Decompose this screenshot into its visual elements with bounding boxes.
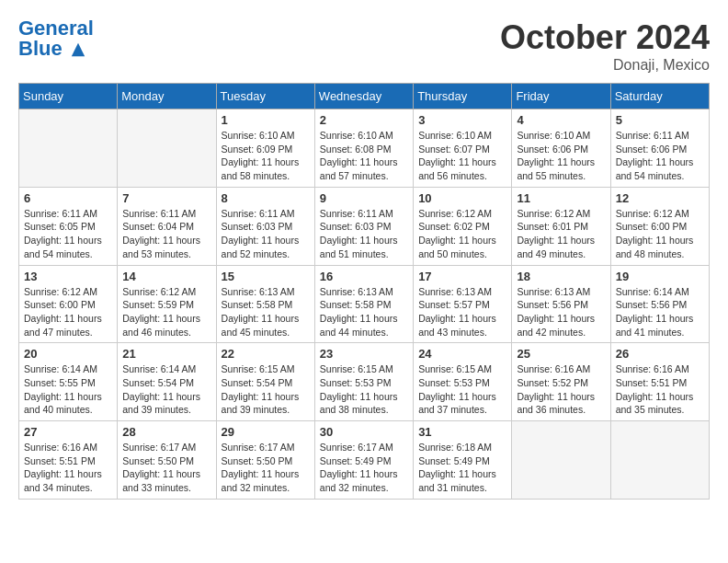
calendar-cell: 6Sunrise: 6:11 AMSunset: 6:05 PMDaylight… bbox=[19, 187, 118, 265]
calendar-cell: 22Sunrise: 6:15 AMSunset: 5:54 PMDayligh… bbox=[216, 343, 314, 421]
day-number: 3 bbox=[418, 113, 506, 127]
day-number: 22 bbox=[222, 347, 310, 361]
title-area: October 2024 Donaji, Mexico bbox=[500, 18, 710, 74]
calendar-cell: 21Sunrise: 6:14 AMSunset: 5:54 PMDayligh… bbox=[118, 343, 216, 421]
weekday-header-sunday: Sunday bbox=[19, 84, 118, 109]
day-info: Sunrise: 6:16 AMSunset: 5:52 PMDaylight:… bbox=[517, 362, 605, 417]
calendar-cell bbox=[118, 109, 216, 188]
day-number: 24 bbox=[418, 347, 506, 361]
day-info: Sunrise: 6:11 AMSunset: 6:04 PMDaylight:… bbox=[122, 207, 210, 261]
day-number: 29 bbox=[222, 425, 310, 439]
logo: General Blue bbox=[18, 18, 94, 59]
day-info: Sunrise: 6:16 AMSunset: 5:51 PMDaylight:… bbox=[24, 441, 112, 495]
calendar-cell: 27Sunrise: 6:16 AMSunset: 5:51 PMDayligh… bbox=[19, 421, 118, 500]
day-info: Sunrise: 6:13 AMSunset: 5:58 PMDaylight:… bbox=[320, 285, 408, 339]
calendar-cell bbox=[610, 421, 709, 500]
calendar-cell: 8Sunrise: 6:11 AMSunset: 6:03 PMDaylight… bbox=[216, 187, 314, 265]
calendar-cell: 11Sunrise: 6:12 AMSunset: 6:01 PMDayligh… bbox=[512, 187, 610, 265]
day-info: Sunrise: 6:12 AMSunset: 5:59 PMDaylight:… bbox=[122, 285, 210, 339]
day-number: 19 bbox=[616, 270, 704, 283]
day-number: 12 bbox=[616, 191, 704, 205]
calendar-cell: 29Sunrise: 6:17 AMSunset: 5:50 PMDayligh… bbox=[216, 421, 314, 500]
day-info: Sunrise: 6:11 AMSunset: 6:06 PMDaylight:… bbox=[616, 129, 704, 183]
day-info: Sunrise: 6:18 AMSunset: 5:49 PMDaylight:… bbox=[418, 441, 506, 495]
day-number: 17 bbox=[418, 270, 506, 283]
calendar-cell: 24Sunrise: 6:15 AMSunset: 5:53 PMDayligh… bbox=[414, 343, 512, 421]
day-info: Sunrise: 6:14 AMSunset: 5:56 PMDaylight:… bbox=[616, 285, 704, 339]
location: Donaji, Mexico bbox=[500, 57, 710, 74]
logo-blue: Blue bbox=[18, 37, 63, 60]
calendar-cell: 5Sunrise: 6:11 AMSunset: 6:06 PMDaylight… bbox=[610, 109, 709, 188]
weekday-header-friday: Friday bbox=[512, 84, 610, 109]
day-info: Sunrise: 6:10 AMSunset: 6:08 PMDaylight:… bbox=[320, 129, 408, 183]
day-info: Sunrise: 6:14 AMSunset: 5:54 PMDaylight:… bbox=[122, 362, 210, 417]
page-header: General Blue October 2024 Donaji, Mexico bbox=[18, 18, 710, 74]
day-info: Sunrise: 6:15 AMSunset: 5:53 PMDaylight:… bbox=[320, 362, 408, 417]
day-info: Sunrise: 6:10 AMSunset: 6:06 PMDaylight:… bbox=[517, 129, 605, 183]
calendar-cell: 28Sunrise: 6:17 AMSunset: 5:50 PMDayligh… bbox=[118, 421, 216, 500]
day-info: Sunrise: 6:14 AMSunset: 5:55 PMDaylight:… bbox=[24, 362, 112, 417]
calendar-cell: 2Sunrise: 6:10 AMSunset: 6:08 PMDaylight… bbox=[314, 109, 413, 188]
day-number: 2 bbox=[320, 113, 408, 127]
day-number: 16 bbox=[320, 270, 408, 283]
day-info: Sunrise: 6:16 AMSunset: 5:51 PMDaylight:… bbox=[616, 362, 704, 417]
day-number: 10 bbox=[418, 191, 506, 205]
logo-text: General Blue bbox=[18, 18, 94, 59]
day-info: Sunrise: 6:11 AMSunset: 6:05 PMDaylight:… bbox=[24, 207, 112, 261]
calendar-cell: 26Sunrise: 6:16 AMSunset: 5:51 PMDayligh… bbox=[610, 343, 709, 421]
calendar-cell: 7Sunrise: 6:11 AMSunset: 6:04 PMDaylight… bbox=[118, 187, 216, 265]
day-number: 1 bbox=[222, 113, 310, 127]
day-number: 7 bbox=[122, 191, 210, 205]
calendar-cell: 4Sunrise: 6:10 AMSunset: 6:06 PMDaylight… bbox=[512, 109, 610, 188]
day-number: 6 bbox=[24, 191, 112, 205]
day-info: Sunrise: 6:15 AMSunset: 5:54 PMDaylight:… bbox=[222, 362, 310, 417]
weekday-header-wednesday: Wednesday bbox=[314, 84, 413, 109]
calendar-cell: 15Sunrise: 6:13 AMSunset: 5:58 PMDayligh… bbox=[216, 265, 314, 343]
weekday-header-tuesday: Tuesday bbox=[216, 84, 314, 109]
calendar-cell: 30Sunrise: 6:17 AMSunset: 5:49 PMDayligh… bbox=[314, 421, 413, 500]
day-number: 18 bbox=[517, 270, 605, 283]
calendar-cell: 16Sunrise: 6:13 AMSunset: 5:58 PMDayligh… bbox=[314, 265, 413, 343]
calendar-cell bbox=[19, 109, 118, 188]
calendar-cell bbox=[512, 421, 610, 500]
day-number: 15 bbox=[222, 270, 310, 283]
day-info: Sunrise: 6:10 AMSunset: 6:07 PMDaylight:… bbox=[418, 129, 506, 183]
calendar-cell: 20Sunrise: 6:14 AMSunset: 5:55 PMDayligh… bbox=[19, 343, 118, 421]
day-number: 25 bbox=[517, 347, 605, 361]
weekday-header-saturday: Saturday bbox=[610, 84, 709, 109]
calendar-cell: 18Sunrise: 6:13 AMSunset: 5:56 PMDayligh… bbox=[512, 265, 610, 343]
day-info: Sunrise: 6:12 AMSunset: 6:00 PMDaylight:… bbox=[24, 285, 112, 339]
calendar-cell: 17Sunrise: 6:13 AMSunset: 5:57 PMDayligh… bbox=[414, 265, 512, 343]
calendar-cell: 19Sunrise: 6:14 AMSunset: 5:56 PMDayligh… bbox=[610, 265, 709, 343]
day-info: Sunrise: 6:15 AMSunset: 5:53 PMDaylight:… bbox=[418, 362, 506, 417]
day-number: 21 bbox=[122, 347, 210, 361]
day-number: 9 bbox=[320, 191, 408, 205]
day-info: Sunrise: 6:13 AMSunset: 5:58 PMDaylight:… bbox=[222, 285, 310, 339]
day-number: 13 bbox=[24, 270, 112, 283]
calendar-table: SundayMondayTuesdayWednesdayThursdayFrid… bbox=[18, 83, 710, 500]
day-info: Sunrise: 6:12 AMSunset: 6:02 PMDaylight:… bbox=[418, 207, 506, 261]
day-number: 30 bbox=[320, 425, 408, 439]
calendar-cell: 12Sunrise: 6:12 AMSunset: 6:00 PMDayligh… bbox=[610, 187, 709, 265]
calendar-cell: 3Sunrise: 6:10 AMSunset: 6:07 PMDaylight… bbox=[414, 109, 512, 188]
day-info: Sunrise: 6:13 AMSunset: 5:56 PMDaylight:… bbox=[517, 285, 605, 339]
calendar-cell: 31Sunrise: 6:18 AMSunset: 5:49 PMDayligh… bbox=[414, 421, 512, 500]
day-number: 28 bbox=[122, 425, 210, 439]
day-info: Sunrise: 6:11 AMSunset: 6:03 PMDaylight:… bbox=[222, 207, 310, 261]
day-number: 4 bbox=[517, 113, 605, 127]
day-info: Sunrise: 6:17 AMSunset: 5:49 PMDaylight:… bbox=[320, 441, 408, 495]
calendar-cell: 1Sunrise: 6:10 AMSunset: 6:09 PMDaylight… bbox=[216, 109, 314, 188]
day-number: 8 bbox=[222, 191, 310, 205]
day-info: Sunrise: 6:17 AMSunset: 5:50 PMDaylight:… bbox=[122, 441, 210, 495]
day-info: Sunrise: 6:13 AMSunset: 5:57 PMDaylight:… bbox=[418, 285, 506, 339]
day-info: Sunrise: 6:10 AMSunset: 6:09 PMDaylight:… bbox=[222, 129, 310, 183]
calendar-cell: 13Sunrise: 6:12 AMSunset: 6:00 PMDayligh… bbox=[19, 265, 118, 343]
day-info: Sunrise: 6:11 AMSunset: 6:03 PMDaylight:… bbox=[320, 207, 408, 261]
day-number: 20 bbox=[24, 347, 112, 361]
month-title: October 2024 bbox=[500, 18, 710, 57]
day-number: 31 bbox=[418, 425, 506, 439]
calendar-cell: 25Sunrise: 6:16 AMSunset: 5:52 PMDayligh… bbox=[512, 343, 610, 421]
calendar-cell: 9Sunrise: 6:11 AMSunset: 6:03 PMDaylight… bbox=[314, 187, 413, 265]
calendar-cell: 14Sunrise: 6:12 AMSunset: 5:59 PMDayligh… bbox=[118, 265, 216, 343]
calendar-cell: 10Sunrise: 6:12 AMSunset: 6:02 PMDayligh… bbox=[414, 187, 512, 265]
